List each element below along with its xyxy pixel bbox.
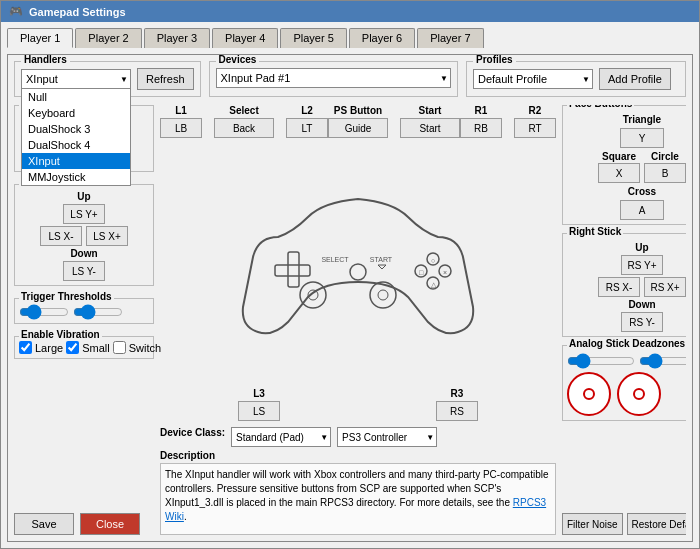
- handler-option-xinput[interactable]: XInput: [22, 153, 130, 169]
- start-btn[interactable]: Start: [400, 118, 460, 138]
- desc-text: The XInput handler will work with Xbox c…: [165, 469, 549, 508]
- rs-btn[interactable]: RS: [436, 401, 478, 421]
- handlers-label: Handlers: [21, 54, 70, 65]
- window-title: Gamepad Settings: [29, 6, 126, 18]
- device-select[interactable]: XInput Pad #1: [216, 68, 451, 88]
- left-trigger-slider[interactable]: [19, 305, 69, 319]
- filter-noise-button[interactable]: Filter Noise: [562, 513, 623, 535]
- lt-btn[interactable]: LT: [286, 118, 328, 138]
- tab-player1[interactable]: Player 1: [7, 28, 73, 48]
- close-button[interactable]: Close: [80, 513, 140, 535]
- right-panel: Face Buttons Triangle Y Square X Circle: [562, 105, 686, 535]
- rs-down-btn[interactable]: RS Y-: [621, 312, 663, 332]
- circle-btn[interactable]: B: [644, 163, 686, 183]
- tab-player2[interactable]: Player 2: [75, 28, 141, 48]
- profile-select[interactable]: Default Profile: [473, 69, 593, 89]
- deadzone-circles: [567, 372, 686, 416]
- tab-player7[interactable]: Player 7: [417, 28, 483, 48]
- controller-svg: ○ □ × △ SELECT START: [238, 187, 478, 342]
- vib-small-checkbox[interactable]: [66, 341, 79, 354]
- rs-up-btn[interactable]: RS Y+: [621, 255, 663, 275]
- vib-large-checkbox[interactable]: [19, 341, 32, 354]
- add-profile-button[interactable]: Add Profile: [599, 68, 671, 90]
- left-deadzone-slider[interactable]: [567, 354, 635, 368]
- guide-btn[interactable]: Guide: [328, 118, 388, 138]
- stick-buttons-row: L3 LS R3 RS: [160, 388, 556, 421]
- class-select[interactable]: Standard (Pad): [231, 427, 331, 447]
- handler-option-keyboard[interactable]: Keyboard: [22, 105, 130, 121]
- square-label: Square: [602, 151, 636, 162]
- vib-switch-label: Switch: [129, 342, 161, 354]
- deadzones-label: Analog Stick Deadzones: [567, 338, 686, 349]
- vib-small-label: Small: [82, 342, 110, 354]
- start-label: Start: [419, 105, 442, 116]
- controller-select[interactable]: PS3 Controller: [337, 427, 437, 447]
- cross-btn[interactable]: A: [620, 200, 664, 220]
- vib-switch-checkbox[interactable]: [113, 341, 126, 354]
- ls-btn[interactable]: LS: [238, 401, 280, 421]
- tab-player3[interactable]: Player 3: [144, 28, 210, 48]
- trigger-sliders: [19, 305, 149, 319]
- tab-player5[interactable]: Player 5: [280, 28, 346, 48]
- save-button[interactable]: Save: [14, 513, 74, 535]
- svg-text:△: △: [431, 280, 437, 287]
- shoulder-row: L1 LB Select Back L2 LT: [160, 105, 556, 138]
- tab-player4[interactable]: Player 4: [212, 28, 278, 48]
- select-section: Select Back: [214, 105, 274, 138]
- face-middle-row: Square X Circle B: [598, 151, 686, 183]
- ls-left-btn[interactable]: LS X-: [40, 226, 82, 246]
- right-deadzone-slider[interactable]: [639, 354, 686, 368]
- svg-text:START: START: [370, 256, 393, 263]
- profile-select-wrapper: Default Profile ▼: [473, 69, 593, 89]
- svg-point-18: [350, 264, 366, 280]
- profiles-controls: Default Profile ▼ Add Profile: [473, 68, 679, 90]
- right-trigger-slider[interactable]: [73, 305, 123, 319]
- handler-select[interactable]: XInput: [21, 69, 131, 89]
- refresh-button[interactable]: Refresh: [137, 68, 194, 90]
- rs-left-btn[interactable]: RS X-: [598, 277, 640, 297]
- trigger-section: Trigger Thresholds: [14, 298, 154, 324]
- vibration-label: Enable Vibration: [19, 329, 102, 340]
- lb-btn[interactable]: LB: [160, 118, 202, 138]
- handler-option-ds4[interactable]: DualShock 4: [22, 137, 130, 153]
- title-bar: 🎮 Gamepad Settings: [1, 1, 699, 22]
- right-bottom-buttons: Filter Noise Restore Defaults: [562, 507, 686, 535]
- tab-player6[interactable]: Player 6: [349, 28, 415, 48]
- ls-right-btn[interactable]: LS X+: [86, 226, 128, 246]
- device-class-label: Device Class:: [160, 427, 225, 447]
- profiles-label: Profiles: [473, 54, 516, 65]
- description-box: The XInput handler will work with Xbox c…: [160, 463, 556, 535]
- r1-section: R1 RB: [460, 105, 502, 138]
- handler-option-ds3[interactable]: DualShock 3: [22, 121, 130, 137]
- svg-point-6: [378, 290, 388, 300]
- right-deadzone-inner: [633, 388, 645, 400]
- handler-option-mmjoystick[interactable]: MMJoystick: [22, 169, 130, 185]
- rt-btn[interactable]: RT: [514, 118, 556, 138]
- devices-controls: XInput Pad #1 ▼: [216, 68, 451, 88]
- r2-label: R2: [529, 105, 542, 116]
- square-btn[interactable]: X: [598, 163, 640, 183]
- rs-right-btn[interactable]: RS X+: [644, 277, 686, 297]
- svg-point-3: [300, 282, 326, 308]
- save-close-row: Save Close: [14, 505, 154, 535]
- circle-label: Circle: [651, 151, 679, 162]
- rb-btn[interactable]: RB: [460, 118, 502, 138]
- ls-down-btn[interactable]: LS Y-: [63, 261, 105, 281]
- triangle-btn[interactable]: Y: [620, 128, 664, 148]
- svg-rect-1: [275, 265, 310, 276]
- l3-section: L3 LS: [238, 388, 280, 421]
- restore-defaults-button[interactable]: Restore Defaults: [627, 513, 686, 535]
- ls-down-label-text: Down: [70, 248, 97, 259]
- handler-dropdown: Null Keyboard DualShock 3 DualShock 4 XI…: [21, 88, 131, 186]
- svg-text:□: □: [419, 268, 424, 275]
- desc-text2: .: [184, 511, 187, 522]
- gamepad-settings-window: 🎮 Gamepad Settings Player 1 Player 2 Pla…: [0, 0, 700, 549]
- right-shoulder-group: R1 RB R2 RT: [460, 105, 556, 138]
- class-select-wrapper: Standard (Pad) ▼: [231, 427, 331, 447]
- device-select-wrapper: XInput Pad #1 ▼: [216, 68, 451, 88]
- r1-label: R1: [475, 105, 488, 116]
- handler-option-null[interactable]: Null: [22, 89, 130, 105]
- l2-section: L2 LT: [286, 105, 328, 138]
- ls-up-btn[interactable]: LS Y+: [63, 204, 105, 224]
- back-btn[interactable]: Back: [214, 118, 274, 138]
